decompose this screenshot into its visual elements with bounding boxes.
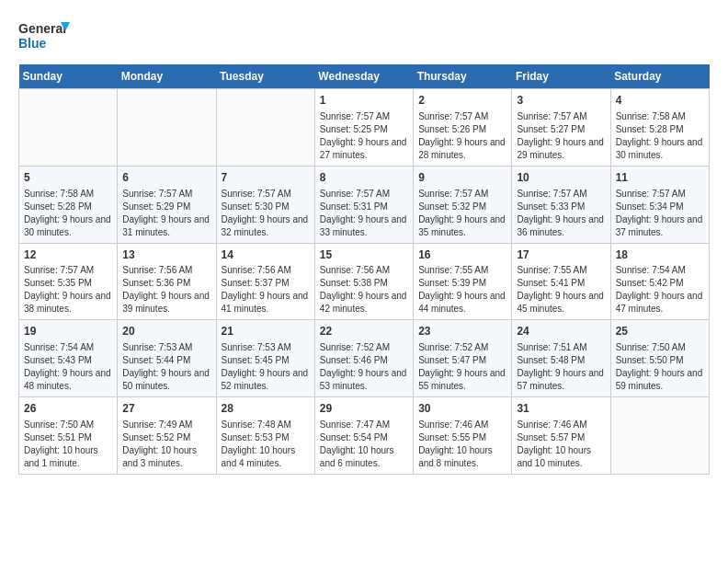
svg-text:Blue: Blue: [18, 36, 47, 51]
calendar-cell: [19, 89, 118, 167]
calendar-cell: 3Sunrise: 7:57 AMSunset: 5:27 PMDaylight…: [512, 89, 610, 167]
calendar-cell: 19Sunrise: 7:54 AMSunset: 5:43 PMDayligh…: [19, 320, 118, 397]
weekday-header: Friday: [512, 64, 610, 89]
day-info: Sunrise: 7:56 AMSunset: 5:36 PMDaylight:…: [122, 264, 210, 316]
calendar-cell: 25Sunrise: 7:50 AMSunset: 5:50 PMDayligh…: [610, 320, 709, 397]
calendar-cell: 29Sunrise: 7:47 AMSunset: 5:54 PMDayligh…: [314, 397, 413, 475]
day-number: 7: [222, 170, 310, 186]
day-number: 22: [320, 324, 408, 339]
day-number: 11: [616, 170, 704, 186]
day-number: 23: [418, 324, 506, 339]
calendar-cell: 21Sunrise: 7:53 AMSunset: 5:45 PMDayligh…: [216, 320, 314, 397]
weekday-header: Wednesday: [314, 64, 413, 89]
day-number: 18: [616, 247, 704, 263]
calendar-cell: 20Sunrise: 7:53 AMSunset: 5:44 PMDayligh…: [118, 320, 216, 397]
day-info: Sunrise: 7:55 AMSunset: 5:41 PMDaylight:…: [517, 264, 605, 316]
day-number: 28: [222, 401, 310, 417]
day-number: 10: [517, 170, 605, 186]
day-info: Sunrise: 7:49 AMSunset: 5:52 PMDaylight:…: [122, 419, 210, 470]
day-info: Sunrise: 7:50 AMSunset: 5:51 PMDaylight:…: [24, 419, 112, 470]
day-number: 19: [24, 324, 112, 339]
calendar-cell: 5Sunrise: 7:58 AMSunset: 5:28 PMDaylight…: [19, 166, 118, 243]
day-number: 29: [320, 401, 408, 417]
calendar-cell: 31Sunrise: 7:46 AMSunset: 5:57 PMDayligh…: [512, 397, 610, 475]
day-number: 12: [24, 247, 112, 263]
day-info: Sunrise: 7:57 AMSunset: 5:29 PMDaylight:…: [122, 188, 210, 239]
calendar-cell: 4Sunrise: 7:58 AMSunset: 5:28 PMDaylight…: [610, 89, 709, 167]
calendar-cell: 1Sunrise: 7:57 AMSunset: 5:25 PMDaylight…: [314, 89, 413, 167]
day-info: Sunrise: 7:57 AMSunset: 5:35 PMDaylight:…: [24, 264, 112, 316]
calendar-cell: 13Sunrise: 7:56 AMSunset: 5:36 PMDayligh…: [118, 243, 216, 320]
day-info: Sunrise: 7:57 AMSunset: 5:26 PMDaylight:…: [418, 110, 506, 162]
day-number: 24: [517, 324, 605, 339]
weekday-header: Sunday: [19, 64, 118, 89]
day-info: Sunrise: 7:47 AMSunset: 5:54 PMDaylight:…: [320, 419, 408, 470]
day-number: 21: [222, 324, 310, 339]
calendar-cell: 26Sunrise: 7:50 AMSunset: 5:51 PMDayligh…: [19, 397, 118, 475]
calendar-cell: 15Sunrise: 7:56 AMSunset: 5:38 PMDayligh…: [314, 243, 413, 320]
svg-text:General: General: [18, 21, 66, 36]
day-info: Sunrise: 7:50 AMSunset: 5:50 PMDaylight:…: [616, 341, 704, 393]
weekday-header: Thursday: [414, 64, 512, 89]
day-info: Sunrise: 7:46 AMSunset: 5:57 PMDaylight:…: [517, 419, 605, 470]
calendar-cell: 10Sunrise: 7:57 AMSunset: 5:33 PMDayligh…: [512, 166, 610, 243]
calendar-week-row: 19Sunrise: 7:54 AMSunset: 5:43 PMDayligh…: [19, 320, 710, 397]
calendar-cell: 8Sunrise: 7:57 AMSunset: 5:31 PMDaylight…: [314, 166, 413, 243]
day-info: Sunrise: 7:57 AMSunset: 5:30 PMDaylight:…: [222, 188, 310, 239]
day-number: 30: [418, 401, 506, 417]
day-info: Sunrise: 7:56 AMSunset: 5:38 PMDaylight:…: [320, 264, 408, 316]
day-number: 25: [616, 324, 704, 339]
weekday-header: Tuesday: [216, 64, 314, 89]
calendar-cell: 22Sunrise: 7:52 AMSunset: 5:46 PMDayligh…: [314, 320, 413, 397]
day-info: Sunrise: 7:56 AMSunset: 5:37 PMDaylight:…: [222, 264, 310, 316]
logo-svg: General Blue: [18, 18, 74, 55]
calendar-cell: 30Sunrise: 7:46 AMSunset: 5:55 PMDayligh…: [414, 397, 512, 475]
day-number: 3: [517, 93, 605, 109]
day-number: 27: [122, 401, 210, 417]
day-number: 17: [517, 247, 605, 263]
day-number: 5: [24, 170, 112, 186]
calendar-cell: 24Sunrise: 7:51 AMSunset: 5:48 PMDayligh…: [512, 320, 610, 397]
day-info: Sunrise: 7:57 AMSunset: 5:32 PMDaylight:…: [418, 188, 506, 239]
day-number: 20: [122, 324, 210, 339]
calendar-cell: 16Sunrise: 7:55 AMSunset: 5:39 PMDayligh…: [414, 243, 512, 320]
day-number: 8: [320, 170, 408, 186]
day-number: 9: [418, 170, 506, 186]
day-info: Sunrise: 7:58 AMSunset: 5:28 PMDaylight:…: [24, 188, 112, 239]
day-number: 13: [122, 247, 210, 263]
page-header: General Blue: [18, 18, 710, 55]
calendar-cell: 9Sunrise: 7:57 AMSunset: 5:32 PMDaylight…: [414, 166, 512, 243]
day-info: Sunrise: 7:51 AMSunset: 5:48 PMDaylight:…: [517, 341, 605, 393]
weekday-header: Saturday: [610, 64, 709, 89]
calendar-cell: 28Sunrise: 7:48 AMSunset: 5:53 PMDayligh…: [216, 397, 314, 475]
day-info: Sunrise: 7:57 AMSunset: 5:33 PMDaylight:…: [517, 188, 605, 239]
calendar-cell: 6Sunrise: 7:57 AMSunset: 5:29 PMDaylight…: [118, 166, 216, 243]
calendar-cell: [610, 397, 709, 475]
calendar-cell: 27Sunrise: 7:49 AMSunset: 5:52 PMDayligh…: [118, 397, 216, 475]
calendar-cell: 12Sunrise: 7:57 AMSunset: 5:35 PMDayligh…: [19, 243, 118, 320]
day-info: Sunrise: 7:54 AMSunset: 5:42 PMDaylight:…: [616, 264, 704, 316]
day-info: Sunrise: 7:46 AMSunset: 5:55 PMDaylight:…: [418, 419, 506, 470]
day-info: Sunrise: 7:58 AMSunset: 5:28 PMDaylight:…: [616, 110, 704, 162]
day-info: Sunrise: 7:52 AMSunset: 5:46 PMDaylight:…: [320, 341, 408, 393]
day-info: Sunrise: 7:57 AMSunset: 5:27 PMDaylight:…: [517, 110, 605, 162]
day-info: Sunrise: 7:48 AMSunset: 5:53 PMDaylight:…: [222, 419, 310, 470]
calendar-cell: 11Sunrise: 7:57 AMSunset: 5:34 PMDayligh…: [610, 166, 709, 243]
calendar-cell: 18Sunrise: 7:54 AMSunset: 5:42 PMDayligh…: [610, 243, 709, 320]
calendar-week-row: 1Sunrise: 7:57 AMSunset: 5:25 PMDaylight…: [19, 89, 710, 167]
calendar-week-row: 5Sunrise: 7:58 AMSunset: 5:28 PMDaylight…: [19, 166, 710, 243]
day-info: Sunrise: 7:55 AMSunset: 5:39 PMDaylight:…: [418, 264, 506, 316]
calendar-cell: 14Sunrise: 7:56 AMSunset: 5:37 PMDayligh…: [216, 243, 314, 320]
day-number: 4: [616, 93, 704, 109]
day-number: 1: [320, 93, 408, 109]
day-info: Sunrise: 7:57 AMSunset: 5:34 PMDaylight:…: [616, 188, 704, 239]
day-number: 15: [320, 247, 408, 263]
day-info: Sunrise: 7:57 AMSunset: 5:25 PMDaylight:…: [320, 110, 408, 162]
day-number: 6: [122, 170, 210, 186]
calendar-week-row: 12Sunrise: 7:57 AMSunset: 5:35 PMDayligh…: [19, 243, 710, 320]
weekday-header-row: SundayMondayTuesdayWednesdayThursdayFrid…: [19, 64, 710, 89]
day-number: 16: [418, 247, 506, 263]
calendar-cell: 2Sunrise: 7:57 AMSunset: 5:26 PMDaylight…: [414, 89, 512, 167]
calendar-cell: [118, 89, 216, 167]
day-info: Sunrise: 7:57 AMSunset: 5:31 PMDaylight:…: [320, 188, 408, 239]
